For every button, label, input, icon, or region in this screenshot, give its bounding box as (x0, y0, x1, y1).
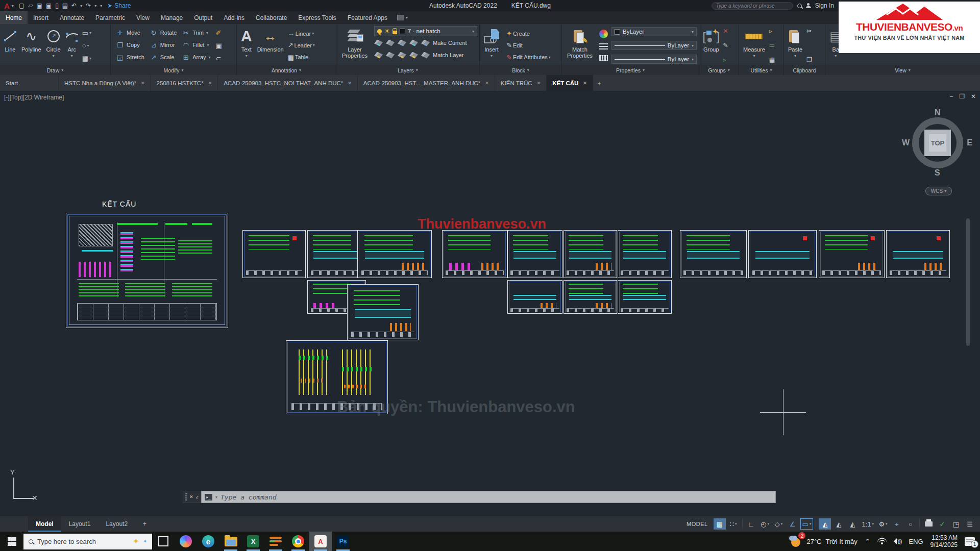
autocad-taskbar-button[interactable]: A (309, 532, 332, 551)
layer-freeze-icon[interactable] (398, 40, 406, 46)
osnap-tracking-toggle[interactable]: ∠ (787, 518, 799, 530)
search-icon[interactable] (797, 4, 802, 8)
create-block-button[interactable]: ✦Create (506, 29, 551, 39)
group-button[interactable]: ✦ Group (701, 26, 721, 65)
command-line-grip[interactable]: ✕ ⌐ (183, 491, 201, 503)
clock[interactable]: 12:53 AM 9/14/2025 (930, 534, 958, 548)
customization-menu[interactable]: ☰ (964, 518, 976, 530)
wrench-icon[interactable]: ⌐ (193, 493, 200, 500)
rotate-button[interactable]: ↻Rotate (150, 27, 177, 39)
circle-button[interactable]: Circle ▾ (44, 26, 63, 65)
close-icon[interactable]: ✕ (208, 81, 212, 86)
match-layer-icon[interactable] (421, 52, 430, 59)
close-icon[interactable]: ✕ (971, 93, 976, 100)
wifi-icon[interactable] (877, 538, 887, 545)
qat-customize-icon[interactable]: ▾ (100, 4, 102, 8)
annotation-scale-icon-btn[interactable]: ◭ (846, 518, 859, 530)
layer-walk-icon[interactable] (398, 52, 406, 59)
file-tab-start[interactable]: Start (0, 75, 59, 91)
table-button[interactable]: ▦Table (288, 52, 315, 62)
object-color-dropdown[interactable]: ByLayer▾ (611, 27, 697, 36)
open-from-web-icon[interactable]: ▯ (55, 2, 59, 9)
close-icon[interactable]: ✕ (485, 81, 489, 86)
app-menu-caret-icon[interactable]: ▾ (12, 4, 14, 8)
layer-unisolate-icon[interactable] (386, 40, 395, 46)
user-avatar-icon[interactable] (806, 3, 811, 8)
layer-unlock-icon[interactable] (393, 31, 397, 34)
taskbar-search-input[interactable] (37, 538, 129, 545)
viewcube-north[interactable]: N (935, 108, 941, 117)
erase-button[interactable]: ✐ (216, 28, 222, 38)
annotation-visibility-toggle[interactable]: ◭ (819, 518, 831, 530)
panel-label-clipboard[interactable]: Clipboard (784, 65, 825, 75)
linear-button[interactable]: ↔Linear▾ (288, 29, 315, 39)
plot-button[interactable] (922, 518, 935, 530)
quick-select-icon[interactable]: ▹ (769, 28, 775, 35)
redo-caret-icon[interactable]: ▾ (94, 4, 96, 8)
file-tab-ket-cau[interactable]: KẾT CẤU✕ (547, 75, 593, 91)
wcs-dropdown[interactable]: WCS▾ (925, 187, 952, 195)
drawing-viewport[interactable]: [-][Top][2D Wireframe] − ❐ ✕ N S W E TOP… (0, 91, 980, 516)
hidden-icons-chevron[interactable]: ⌃ (865, 537, 871, 545)
explode-button[interactable]: ▣ (216, 40, 222, 51)
lineweight-icon[interactable] (599, 43, 608, 50)
new-layout-button[interactable]: + (135, 516, 154, 532)
panel-label-block[interactable]: Block▾ (480, 65, 561, 75)
command-input[interactable] (220, 493, 772, 501)
panel-label-layers[interactable]: Layers▾ (336, 65, 479, 75)
layer-off-icon[interactable] (374, 52, 383, 59)
snap-toggle[interactable]: ∷▾ (727, 518, 740, 530)
polyline-button[interactable]: ∿ Polyline (19, 26, 43, 65)
close-icon[interactable]: ✕ (141, 81, 145, 86)
ribbon-tab-annotate[interactable]: Annotate (54, 11, 90, 24)
viewcube-west[interactable]: W (902, 138, 910, 147)
panel-label-utilities[interactable]: Utilities▾ (739, 65, 783, 75)
layer-dropdown[interactable]: ☀ 7 - net hatch ▾ (374, 26, 477, 36)
grid-toggle[interactable]: ▦ (714, 518, 726, 530)
chrome-button[interactable] (287, 532, 309, 551)
file-tab-hstc-nha-a-dung[interactable]: HSTC Nha a Dũng (A Việt)*✕ (59, 75, 151, 91)
make-current-button[interactable]: Make Current (433, 40, 467, 46)
select-similar-icon[interactable]: ▭ (769, 42, 775, 49)
layer-unlock2-icon[interactable] (409, 52, 418, 59)
new-drawing-tab-button[interactable]: + (593, 75, 606, 91)
ellipse-button[interactable]: ○▾ (82, 40, 91, 51)
mirror-button[interactable]: ⊿Mirror (150, 39, 177, 51)
annotation-monitor[interactable]: + (891, 518, 903, 530)
group-edit-icon[interactable]: ✎ (723, 42, 728, 49)
panel-label-properties[interactable]: Properties▾ (562, 65, 699, 75)
leader-button[interactable]: ↗Leader▾ (288, 40, 315, 51)
isoplane-toggle[interactable]: ◇▾ (773, 518, 785, 530)
autocad-app-icon[interactable]: A (4, 2, 10, 10)
copilot-button[interactable] (175, 532, 197, 551)
volume-icon[interactable]: ))) (894, 538, 901, 544)
clean-screen[interactable]: ◳ (950, 518, 962, 530)
layer-thaw-icon[interactable]: ☀ (384, 29, 390, 34)
trim-button[interactable]: ✂Trim▾ (182, 27, 210, 39)
ribbon-tab-view[interactable]: View (131, 11, 155, 24)
layout-tab-model[interactable]: Model (28, 516, 61, 532)
viewcube-east[interactable]: E (967, 138, 972, 147)
excel-button[interactable]: X (242, 532, 264, 551)
open-icon[interactable]: ▱ (28, 2, 33, 9)
make-current-icon[interactable] (421, 40, 430, 46)
text-button[interactable]: A Text ▾ (239, 26, 254, 65)
panel-label-view[interactable]: View▾ (825, 65, 980, 75)
viewcube-south[interactable]: S (935, 168, 940, 178)
close-icon[interactable]: ✕ (537, 81, 541, 86)
workspace-switching[interactable]: ⚙▾ (877, 518, 889, 530)
language-indicator[interactable]: ENG (909, 538, 923, 545)
edit-block-button[interactable]: ✎Edit (506, 40, 551, 51)
dimension-button[interactable]: ↔ Dimension (255, 26, 286, 65)
panel-label-annotation[interactable]: Annotation▾ (237, 65, 336, 75)
edge-button[interactable]: e (197, 532, 219, 551)
graphics-performance[interactable]: ✓ (936, 518, 948, 530)
layout-tab-layout2[interactable]: Layout2 (98, 516, 135, 532)
match-layer-button[interactable]: Match Layer (433, 52, 464, 58)
keyword-search-input[interactable] (712, 2, 793, 10)
drag-handle-icon[interactable] (185, 493, 187, 500)
ungroup-icon[interactable]: ✕ (723, 28, 728, 35)
share-button[interactable]: ➤ Share (107, 2, 131, 9)
save-icon[interactable]: ▣ (36, 2, 42, 9)
ribbon-tab-manage[interactable]: Manage (155, 11, 188, 24)
